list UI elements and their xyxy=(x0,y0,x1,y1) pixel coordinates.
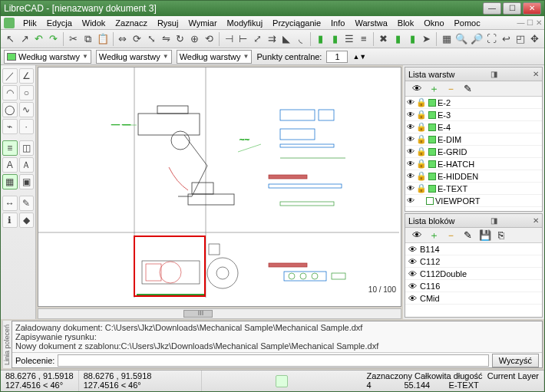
lengthen-icon[interactable]: ⤢ xyxy=(251,32,264,46)
horizontal-scrollbar[interactable]: III xyxy=(38,308,401,319)
redo-icon[interactable]: ↷ xyxy=(47,32,60,46)
minimize-button[interactable]: — xyxy=(483,2,501,15)
menu-modyfikuj[interactable]: Modyfikuj xyxy=(223,17,267,29)
block-save-icon[interactable]: 💾 xyxy=(479,230,490,241)
menu-info[interactable]: Info xyxy=(326,17,349,29)
arrow-r-icon[interactable]: ➤ xyxy=(421,32,434,46)
menu-okno[interactable]: Okno xyxy=(419,17,448,29)
move-icon[interactable]: ⇔ xyxy=(116,32,129,46)
trim-icon[interactable]: ⊣ xyxy=(223,32,236,46)
props-icon[interactable]: ☰ xyxy=(343,32,356,46)
line-type-combo[interactable]: Według warstwy▼ xyxy=(177,50,253,64)
svg-rect-19 xyxy=(146,264,161,281)
menu-warstwa[interactable]: Warstwa xyxy=(350,17,391,29)
close-button[interactable]: ✕ xyxy=(523,2,541,15)
menu-zaznacz[interactable]: Zaznacz xyxy=(111,17,152,29)
attr-icon[interactable]: ≡ xyxy=(358,32,371,46)
trim2-icon[interactable]: ⊢ xyxy=(236,32,249,46)
divide-icon[interactable]: ▮ xyxy=(314,32,327,46)
menu-przyciaganie[interactable]: Przyciąganie xyxy=(268,17,325,29)
command-input[interactable] xyxy=(58,354,488,367)
block-add-icon[interactable]: ＋ xyxy=(428,230,439,241)
layers-list[interactable]: 👁🔒E-2 👁🔒E-3 👁🔒E-4 👁🔒E-DIM 👁🔒E-GRID 👁🔒E-H… xyxy=(405,97,542,211)
revert-icon[interactable]: ⟲ xyxy=(203,32,216,46)
status-mouse-icon[interactable] xyxy=(276,375,288,387)
maximize-button[interactable]: ☐ xyxy=(503,2,521,15)
move-rotate-icon[interactable]: ↻ xyxy=(174,32,187,46)
layers-close-icon[interactable]: ✕ xyxy=(533,70,539,78)
zoom-out-icon[interactable]: 🔎 xyxy=(470,32,484,46)
block-showall-icon[interactable]: 👁 xyxy=(411,230,422,241)
zoom-pan-icon[interactable]: ✥ xyxy=(528,32,541,46)
menu-rysuj[interactable]: Rysuj xyxy=(153,17,183,29)
angle-tool-icon[interactable]: ∠ xyxy=(19,68,35,84)
hatch-tool-icon[interactable]: ▦ xyxy=(2,174,18,189)
stretch-icon[interactable]: ▮ xyxy=(329,32,342,46)
clear-button[interactable]: Wyczyść xyxy=(492,354,539,367)
parallel-tool-icon[interactable]: ≡ xyxy=(2,140,18,156)
offset-icon[interactable]: ⇉ xyxy=(266,32,279,46)
text-tool-icon[interactable]: A xyxy=(2,157,18,173)
block-edit-icon[interactable]: ✎ xyxy=(462,230,473,241)
paste-icon[interactable]: 📋 xyxy=(96,32,110,46)
block-tool-icon[interactable]: ◆ xyxy=(19,212,35,228)
mtext-tool-icon[interactable]: Ａ xyxy=(19,157,35,173)
rotate2-icon[interactable]: ⊕ xyxy=(188,32,201,46)
info-tool-icon[interactable]: ℹ xyxy=(2,212,18,228)
point-tool-icon[interactable]: · xyxy=(19,119,35,134)
modify-tool-icon[interactable]: ✎ xyxy=(19,196,35,211)
rotate-icon[interactable]: ⟳ xyxy=(130,32,144,46)
grid-icon[interactable]: ▦ xyxy=(440,32,453,46)
arrow-tr-icon[interactable]: ↗ xyxy=(18,32,31,46)
menu-blok[interactable]: Blok xyxy=(393,17,418,29)
layers-float-icon[interactable]: ◨ xyxy=(490,70,497,78)
image-tool-icon[interactable]: ▣ xyxy=(19,174,35,189)
blocks-close-icon[interactable]: ✕ xyxy=(533,216,539,225)
layer-add-icon[interactable]: ＋ xyxy=(428,84,439,94)
bevel-icon[interactable]: ◣ xyxy=(280,32,293,46)
select-tool-icon[interactable]: ◫ xyxy=(19,140,35,156)
mdi-controls[interactable]: — ☐ ✕ xyxy=(512,17,545,28)
blocks-float-icon[interactable]: ◨ xyxy=(490,216,497,225)
polyline-tool-icon[interactable]: ⌁ xyxy=(2,119,18,134)
snap-value-input[interactable] xyxy=(326,51,348,63)
scale-icon[interactable]: ⤡ xyxy=(145,32,158,46)
explode-txt-icon[interactable]: ▮ xyxy=(391,32,405,46)
blocks-list[interactable]: 👁B114 👁C112 👁C112Double 👁C116 👁CMid xyxy=(405,243,542,317)
zoom-win-icon[interactable]: ◰ xyxy=(514,32,527,46)
block-insert-icon[interactable]: ⎘ xyxy=(496,230,507,241)
menu-widok[interactable]: Widok xyxy=(78,17,111,29)
line-width-combo[interactable]: Według warstwy▼ xyxy=(96,50,172,64)
mirror-icon[interactable]: ⇋ xyxy=(160,32,173,46)
explode-icon[interactable]: ▮ xyxy=(406,32,419,46)
menu-pomoc[interactable]: Pomoc xyxy=(450,17,485,29)
cut-icon[interactable]: ✂ xyxy=(67,32,80,46)
arrow-tl-icon[interactable]: ↖ xyxy=(4,32,17,46)
layers-panel: Lista warstw◨✕ 👁 ＋ － ✎ 👁🔒E-2 👁🔒E-3 👁🔒E-4… xyxy=(405,67,543,212)
zoom-in-icon[interactable]: 🔍 xyxy=(454,32,468,46)
round-icon[interactable]: ◟ xyxy=(295,32,308,46)
ellipse-tool-icon[interactable]: ◯ xyxy=(2,102,18,117)
zoom-prev-icon[interactable]: ↩ xyxy=(500,32,513,46)
layer-color-combo[interactable]: Według warstwy▼ xyxy=(4,50,91,64)
zoom-auto-icon[interactable]: ⛶ xyxy=(485,32,498,46)
layer-remove-icon[interactable]: － xyxy=(445,84,456,94)
menu-plik[interactable]: Plik xyxy=(18,17,41,29)
menu-wymiar[interactable]: Wymiar xyxy=(183,17,221,29)
block-remove-icon[interactable]: － xyxy=(445,230,456,241)
arc-tool-icon[interactable]: ◠ xyxy=(2,85,18,100)
command-log: Załadowany dokument: C:\Users\Jkz\Downlo… xyxy=(12,321,542,352)
svg-point-28 xyxy=(312,273,318,279)
line-tool-icon[interactable]: ／ xyxy=(2,68,18,84)
copy-icon[interactable]: ⧉ xyxy=(81,32,94,46)
delete-icon[interactable]: ✖ xyxy=(377,32,390,46)
undo-icon[interactable]: ↶ xyxy=(33,32,46,46)
drawing-canvas[interactable]: — — ~~ 10 / 100 xyxy=(38,67,401,307)
stepper-icon[interactable]: ▲▼ xyxy=(352,53,366,61)
layer-showall-icon[interactable]: 👁 xyxy=(411,84,422,94)
menu-edycja[interactable]: Edycja xyxy=(42,17,77,29)
dim-tool-icon[interactable]: ↔ xyxy=(2,196,18,211)
circle-tool-icon[interactable]: ○ xyxy=(19,85,35,100)
layer-edit-icon[interactable]: ✎ xyxy=(462,84,473,94)
spline-tool-icon[interactable]: ∿ xyxy=(19,102,35,117)
